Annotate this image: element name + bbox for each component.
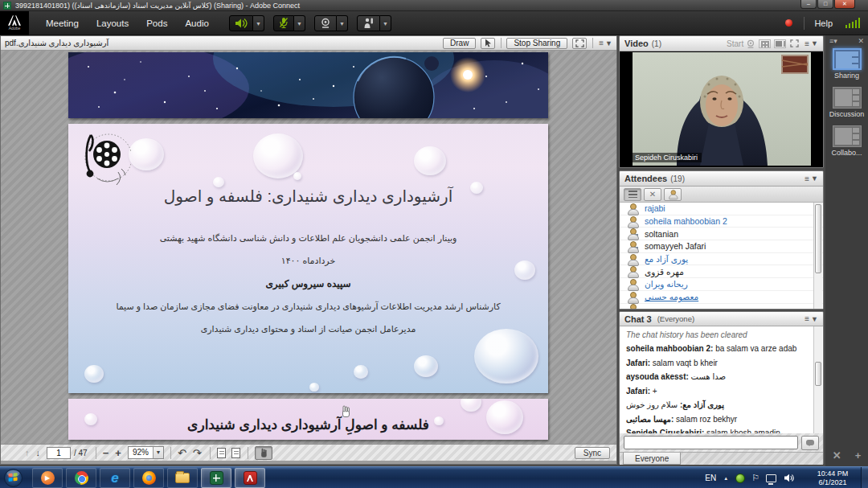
adobe-connect-taskbar-icon[interactable] [201,468,231,488]
menu-item[interactable]: Meeting [37,11,88,35]
microphone-button[interactable] [273,15,294,31]
page-up-button[interactable]: ↑ [25,448,30,457]
chrome-icon[interactable] [66,468,96,488]
speaker-dropdown[interactable]: ▼ [253,15,264,31]
taskbar-clock[interactable]: 10:44 PM 6/1/2021 [809,470,857,486]
attendees-pod-menu-icon[interactable]: ≡▼ [805,174,818,183]
attendee-row[interactable]: پوری آزاد مع [620,253,823,266]
pointer-tool-button[interactable] [481,38,495,49]
connection-signal-icon[interactable] [844,18,860,28]
firefox-icon[interactable] [133,468,164,488]
status-view-button[interactable] [664,188,682,201]
attendee-row[interactable]: soheila mahboobian 2 [620,215,823,228]
bubble-decoration [461,399,481,412]
page-total-label: / 47 [74,449,88,457]
show-desktop-button[interactable] [861,467,868,488]
draw-button[interactable]: Draw [443,38,476,49]
chat-scrollbar[interactable] [813,326,822,433]
share-pod-menu-icon[interactable]: ≡▼ [599,39,612,47]
chat-scrollbar-thumb[interactable] [815,362,821,386]
close-button[interactable]: ✕ [834,0,855,9]
shared-document[interactable]: آرشیوداری دیداری شنیداری: فلسفه و اصول و… [1,51,616,444]
media-player-icon[interactable]: ▶ [32,468,63,488]
grid-view-icon[interactable] [759,39,771,48]
action-center-icon[interactable]: ⚐ [751,473,760,483]
menu-item[interactable]: Layouts [88,11,137,35]
chat-tab-everyone[interactable]: Everyone [623,453,681,465]
layout-thumbnail[interactable] [833,48,862,70]
chat-pod-scope: (Everyone) [657,314,694,323]
microphone-dropdown[interactable]: ▼ [294,15,305,31]
file-explorer-icon[interactable] [167,468,198,488]
attendee-row[interactable]: rajabi [620,203,823,215]
internet-explorer-icon[interactable]: e [100,468,130,488]
volume-icon[interactable] [784,474,794,482]
start-webcam-button[interactable]: Start [727,39,743,48]
layout-thumbnail[interactable] [833,87,862,109]
attendee-row[interactable]: soltanian [620,228,823,240]
layout-option[interactable]: Collabo... [825,125,868,157]
attendee-row[interactable]: somayyeh Jafari [620,240,823,253]
attendee-name: پوری آزاد مع [645,254,688,264]
layoutbar-menu-icon[interactable]: ≡▾ [829,37,837,45]
zoom-caret-icon[interactable]: ▼ [153,447,163,458]
share-pod-header: آرشیوداری دیداری شنیداری.pdf Draw Stop S… [1,36,616,51]
attendees-scrollbar-thumb[interactable] [815,204,821,273]
fit-width-icon[interactable] [217,448,226,458]
page-number-input[interactable] [47,447,71,459]
maximize-button[interactable]: □ [817,0,833,9]
layout-option[interactable]: Sharing [825,48,868,80]
layoutbar-close-icon[interactable]: ✕ [858,37,864,45]
bubble-decoration [470,182,483,194]
attendees-scrollbar[interactable] [813,203,822,309]
tray-expand-icon[interactable]: ▲ [723,476,728,481]
attendee-row[interactable]: مهره قزوی [620,265,823,278]
adobe-reader-icon[interactable] [235,468,265,488]
raise-hand-dropdown[interactable]: ▼ [380,15,391,31]
rotate-right-icon[interactable]: ↷ [193,447,202,459]
video-pod-menu-icon[interactable]: ≡▼ [805,39,818,48]
list-view-button[interactable] [624,188,641,201]
layout-option[interactable]: Discussion [825,87,868,118]
hand-tool-button[interactable] [255,446,272,460]
network-icon[interactable] [766,474,776,482]
speaker-button[interactable] [229,15,253,31]
chat-input[interactable] [624,436,798,449]
menu-item[interactable]: Pods [137,11,176,35]
page-down-button[interactable]: ↓ [36,448,41,457]
zoom-select[interactable]: 92% ▼ [128,446,164,459]
delete-layout-icon[interactable]: ✕ [833,449,841,461]
filmstrip-view-icon[interactable] [774,39,786,48]
share-pod: آرشیوداری دیداری شنیداری.pdf Draw Stop S… [0,35,617,465]
attendees-pod-count: (19) [670,174,685,183]
minimize-button[interactable]: – [800,0,817,9]
attendee-row[interactable]: معصومه حسنی [620,291,823,304]
app-icon [3,2,11,10]
add-layout-icon[interactable]: + [855,449,862,461]
video-fullscreen-icon[interactable] [790,39,799,47]
send-message-button[interactable] [801,436,819,450]
stop-sharing-button[interactable]: Stop Sharing [506,38,567,49]
start-button[interactable] [4,469,23,487]
webcam-dropdown[interactable]: ▼ [337,15,348,31]
help-menu[interactable]: Help [814,18,833,28]
layout-label: Discussion [825,110,868,118]
sync-button[interactable]: Sync [575,447,610,459]
webcam-button[interactable] [314,15,337,31]
fullscreen-icon[interactable] [572,38,587,49]
menu-item[interactable]: Audio [176,11,217,35]
chat-message-text: + [650,387,657,396]
attendee-row[interactable]: ریحانه ویران [620,278,823,291]
fit-page-icon[interactable] [231,448,240,458]
rotate-left-icon[interactable]: ↶ [178,447,186,459]
attendee-row[interactable] [620,304,823,310]
layout-thumbnail[interactable] [833,125,862,147]
start-webcam-icon [746,39,755,48]
chat-pod-menu-icon[interactable]: ≡▼ [805,314,818,323]
breakout-view-button[interactable]: ✕ [644,188,661,201]
zoom-in-button[interactable]: + [115,447,121,459]
antivirus-icon[interactable] [735,474,745,483]
raise-hand-button[interactable] [357,15,380,31]
zoom-out-button[interactable]: − [103,447,109,459]
language-indicator[interactable]: EN [705,474,716,482]
